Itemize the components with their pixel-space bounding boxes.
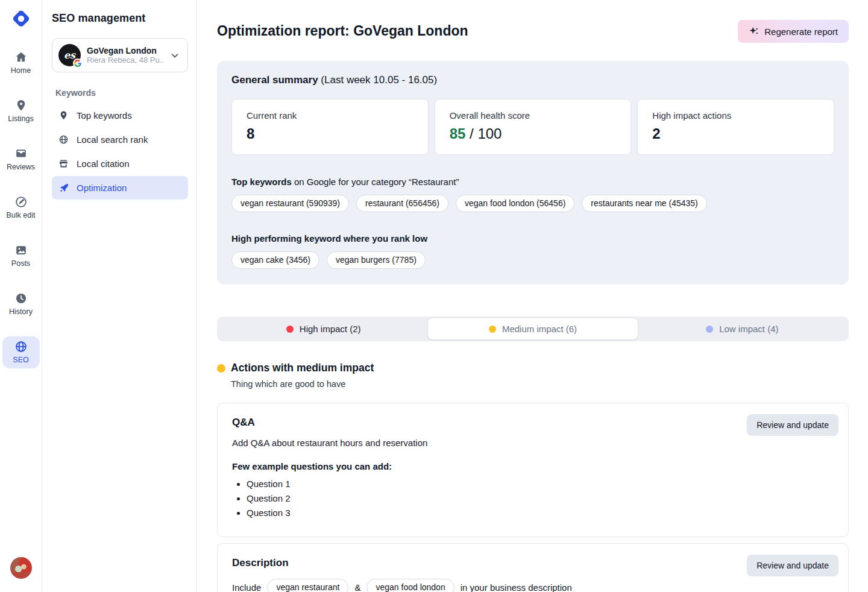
rail-item-reviews[interactable]: Reviews [2, 143, 40, 175]
rail-label: Reviews [7, 163, 35, 171]
keyword-pill[interactable]: vegan cake (3456) [231, 251, 319, 269]
low-rank-heading: High performing keyword where you rank l… [231, 233, 834, 244]
rail-item-home[interactable]: Home [2, 47, 40, 79]
rail-label: Bulk edit [7, 211, 36, 219]
yellow-dot-icon [217, 364, 225, 373]
keyword-pill[interactable]: vegan food london (56456) [456, 195, 574, 212]
rail-item-listings[interactable]: Listings [2, 95, 40, 127]
rocket-icon [58, 182, 69, 194]
impact-tabbar: High impact (2) Medium impact (6) Low im… [217, 316, 849, 341]
business-selector[interactable]: es GoVegan London Riera Rebeca, 48 Pu... [52, 38, 188, 72]
rail-item-posts[interactable]: Posts [2, 240, 40, 272]
stat-value: 8 [247, 125, 414, 142]
rail-label: SEO [13, 356, 28, 364]
globe-icon [58, 134, 69, 145]
review-and-update-button[interactable]: Review and update [747, 414, 838, 436]
sidebar-item-local-citation[interactable]: Local citation [52, 152, 188, 175]
list-item: Question 2 [247, 493, 834, 503]
card-list-title: Few example questions you can add: [232, 461, 834, 471]
sidebar-item-label: Local citation [77, 159, 130, 169]
sidebar-title: SEO management [52, 12, 188, 25]
keyword-pill[interactable]: vegan burgers (7785) [327, 251, 426, 269]
stat-card-health-score: Overall health score 85 / 100 [435, 99, 632, 155]
edit-pencil-circle-icon [14, 195, 28, 209]
rail-item-seo[interactable]: SEO [2, 336, 40, 368]
blue-dot-icon [706, 326, 713, 333]
stat-card-current-rank: Current rank 8 [231, 99, 429, 155]
top-keywords-heading: Top keywords on Google for your category… [231, 177, 834, 187]
main-content: Optimization report: GoVegan London Rege… [197, 0, 868, 592]
stat-label: Overall health score [450, 110, 617, 121]
example-questions-list: Question 1 Question 2 Question 3 [247, 479, 834, 518]
sidebar-item-top-keywords[interactable]: Top keywords [52, 104, 188, 127]
logo-diamond-icon [10, 7, 33, 30]
seo-sidebar: SEO management es GoVegan London Riera R… [42, 0, 197, 592]
general-summary-title: General summary (Last week 10.05 - 16.05… [231, 74, 834, 86]
home-icon [14, 51, 28, 64]
card-description: Add Q&A about restaurant hours and reser… [232, 438, 834, 448]
app-logo[interactable] [10, 7, 33, 30]
map-pin-icon [14, 99, 28, 112]
sidebar-item-label: Local search rank [77, 134, 148, 145]
chevron-down-icon [169, 50, 180, 61]
stat-label: High impact actions [652, 110, 819, 121]
icon-rail: Home Listings Reviews Bulk edit Posts Hi… [0, 0, 42, 592]
keyword-pill[interactable]: vegan food london [366, 579, 454, 592]
rail-label: Home [11, 66, 31, 75]
stat-value: 2 [652, 125, 819, 142]
actions-section-subtitle: Thing which are good to have [231, 379, 849, 389]
red-dot-icon [286, 326, 294, 333]
tab-medium-impact[interactable]: Medium impact (6) [428, 318, 637, 339]
sidebar-item-optimization[interactable]: Optimization [52, 176, 188, 200]
regenerate-report-button[interactable]: Regenerate report [738, 20, 849, 43]
globe-icon [14, 340, 28, 353]
keyword-pill[interactable]: vegan restaurant [267, 579, 348, 592]
list-item: Question 1 [247, 479, 834, 489]
inbox-icon [14, 147, 28, 160]
tab-low-impact[interactable]: Low impact (4) [638, 318, 847, 339]
general-summary-panel: General summary (Last week 10.05 - 16.05… [217, 61, 849, 285]
action-card-description: Description Review and update Include ve… [217, 543, 849, 592]
business-name: GoVegan London [87, 46, 163, 55]
sidebar-item-local-search-rank[interactable]: Local search rank [52, 128, 188, 151]
sidebar-item-label: Optimization [77, 183, 127, 193]
keyword-pill[interactable]: restaurants near me (45435) [582, 195, 706, 212]
map-pin-icon [58, 110, 69, 121]
card-title: Description [232, 557, 834, 569]
sidebar-item-label: Top keywords [77, 110, 132, 121]
storefront-icon [58, 158, 69, 169]
review-and-update-button[interactable]: Review and update [747, 555, 838, 576]
keyword-pill[interactable]: restaurant (656456) [356, 195, 448, 212]
yellow-dot-icon [489, 326, 496, 333]
page-title: Optimization report: GoVegan London [217, 20, 468, 39]
business-address: Riera Rebeca, 48 Pu... [87, 55, 163, 65]
list-item: Question 3 [247, 508, 834, 518]
rail-label: Listings [8, 115, 33, 123]
stat-label: Current rank [247, 110, 414, 121]
rail-item-bulk-edit[interactable]: Bulk edit [2, 192, 40, 224]
tab-high-impact[interactable]: High impact (2) [219, 318, 428, 339]
card-title: Q&A [232, 417, 834, 429]
clock-icon [14, 292, 28, 305]
rail-label: History [9, 307, 33, 316]
keywords-section-label: Keywords [55, 88, 188, 98]
include-keywords-row: Include vegan restaurant & vegan food lo… [232, 579, 834, 592]
google-badge-icon [73, 58, 83, 68]
business-avatar: es [58, 44, 81, 66]
user-avatar[interactable] [10, 557, 32, 579]
actions-section-title: Actions with medium impact [231, 362, 374, 374]
stat-value: 85 / 100 [450, 125, 617, 142]
image-icon [14, 244, 28, 257]
rail-item-history[interactable]: History [2, 288, 40, 320]
rail-label: Posts [11, 259, 30, 268]
sparkle-icon [749, 26, 760, 37]
action-card-qa: Q&A Review and update Add Q&A about rest… [217, 403, 849, 537]
stat-card-high-impact-actions: High impact actions 2 [637, 99, 834, 155]
keyword-pill[interactable]: vegan restaurant (590939) [231, 195, 349, 212]
